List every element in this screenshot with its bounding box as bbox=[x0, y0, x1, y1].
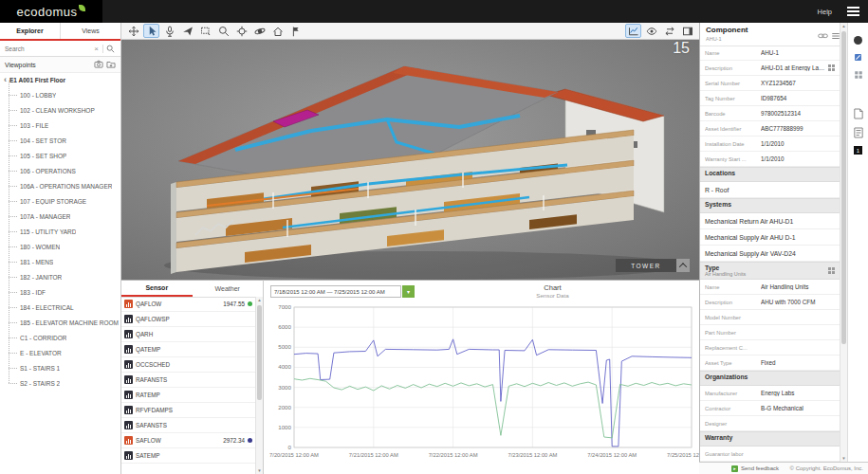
tower-selector-button[interactable]: TOWER bbox=[616, 259, 690, 272]
tree-connector bbox=[9, 231, 17, 232]
mic-icon[interactable] bbox=[161, 24, 177, 38]
sensor-row[interactable]: RFVFDAMPS bbox=[121, 403, 255, 418]
help-button[interactable]: Help bbox=[812, 0, 838, 23]
tab-views[interactable]: Views bbox=[61, 23, 120, 39]
send-feedback-icon: ▸ bbox=[731, 465, 738, 472]
room-item[interactable]: 185 - ELEVATOR MACHINE ROOM bbox=[0, 315, 120, 330]
visibility-icon[interactable] bbox=[643, 24, 659, 38]
sensor-row[interactable]: QAFLOW1947.55 bbox=[121, 297, 255, 312]
panel-toggle-icon[interactable] bbox=[679, 24, 695, 38]
tab-sensor[interactable]: Sensor bbox=[121, 281, 193, 297]
sensor-row[interactable]: SATEMP bbox=[121, 448, 255, 464]
logo[interactable]: ecodomus bbox=[0, 0, 102, 23]
scroll-thumb[interactable] bbox=[841, 31, 846, 344]
room-item[interactable]: 103 - FILE bbox=[0, 118, 120, 133]
sensor-row[interactable]: SAFLOW2972.34 bbox=[121, 433, 255, 448]
sensor-row[interactable]: QARH bbox=[121, 327, 255, 342]
room-item[interactable]: E - ELEVATOR bbox=[0, 345, 120, 360]
room-item[interactable]: S2 - STAIRS 2 bbox=[0, 375, 120, 391]
home-icon[interactable] bbox=[269, 24, 286, 38]
region-select-icon[interactable] bbox=[197, 24, 213, 38]
focus-icon[interactable] bbox=[233, 24, 249, 38]
room-item[interactable]: 104 - SET STOR bbox=[0, 133, 120, 148]
capture-viewpoint-icon[interactable] bbox=[94, 60, 103, 69]
date-range-control: 7/18/2015 12:00 AM — 7/25/2015 12:00 AM … bbox=[270, 285, 415, 298]
component-breadcrumb[interactable]: AHU-1 bbox=[706, 36, 722, 42]
room-item[interactable]: 184 - ELECTRICAL bbox=[0, 300, 120, 315]
list-item[interactable]: Mechanical Supply Air VAV-D24 bbox=[700, 246, 840, 262]
list-item[interactable]: Mechanical Return Air AHU-D1 bbox=[700, 213, 840, 229]
apps-grid-icon[interactable] bbox=[854, 70, 863, 80]
sensor-row[interactable]: SAFANSTS bbox=[121, 418, 255, 433]
room-label: S1 - STAIRS 1 bbox=[20, 365, 60, 372]
tab-weather[interactable]: Weather bbox=[193, 281, 264, 297]
document-icon[interactable] bbox=[854, 108, 863, 119]
sensor-row[interactable]: RATEMP bbox=[121, 388, 255, 403]
leaf-icon bbox=[79, 5, 85, 11]
viewpoint-folder-icon[interactable] bbox=[106, 60, 116, 69]
search-input[interactable] bbox=[3, 45, 90, 53]
svg-text:7/22/2015 12:00 AM: 7/22/2015 12:00 AM bbox=[429, 452, 478, 458]
room-item[interactable]: 106A - OPERATIONS MANAGER bbox=[0, 178, 120, 193]
scroll-up-icon[interactable]: ▲ bbox=[256, 298, 263, 302]
zoom-icon[interactable] bbox=[215, 24, 231, 38]
room-item[interactable]: 105 - SET SHOP bbox=[0, 148, 120, 163]
chart-toggle-icon[interactable] bbox=[625, 24, 641, 38]
section-header: TypeAir Handling Units bbox=[700, 262, 840, 280]
room-item[interactable]: 100 - LOBBY bbox=[0, 87, 120, 102]
tab-explorer[interactable]: Explorer bbox=[0, 23, 61, 39]
sensor-scrollbar[interactable]: ▲ ▼ bbox=[255, 297, 263, 474]
list-item[interactable]: Mechanical Supply Air AHU D-1 bbox=[700, 229, 840, 246]
select-icon[interactable] bbox=[143, 24, 159, 38]
sensor-row[interactable]: QAFLOWSP bbox=[121, 312, 255, 327]
grid-icon[interactable] bbox=[828, 64, 831, 67]
walk-flag-icon[interactable] bbox=[287, 24, 304, 38]
room-item[interactable]: 180 - WOMEN bbox=[0, 239, 120, 254]
room-item[interactable]: 107A - MANAGER bbox=[0, 209, 120, 224]
grid-icon[interactable] bbox=[828, 267, 831, 270]
chevron-up-icon[interactable] bbox=[676, 259, 690, 272]
globe-icon[interactable] bbox=[854, 36, 862, 45]
report-icon[interactable] bbox=[854, 127, 863, 138]
scroll-down-icon[interactable]: ▼ bbox=[256, 468, 263, 473]
scroll-up-icon[interactable]: ▲ bbox=[840, 24, 847, 28]
sensor-name: SATEMP bbox=[136, 452, 242, 459]
room-item[interactable]: 115 - UTILITY YARD bbox=[0, 224, 120, 239]
send-feedback-link[interactable]: Send feedback bbox=[741, 465, 779, 471]
scroll-down-icon[interactable]: ▼ bbox=[840, 456, 847, 461]
scroll-thumb[interactable] bbox=[257, 305, 262, 400]
fly-icon[interactable] bbox=[179, 24, 195, 38]
room-item[interactable]: 107 - EQUIP STORAGE bbox=[0, 193, 120, 209]
notification-badge[interactable]: 1 bbox=[854, 146, 862, 155]
3d-viewport[interactable]: 15 TOWER bbox=[121, 40, 699, 280]
room-label: 107A - MANAGER bbox=[20, 213, 70, 220]
component-scrollbar[interactable]: ▲ ▼ bbox=[840, 23, 847, 462]
chart-subtitle: Sensor Data bbox=[416, 292, 690, 299]
date-range-input[interactable]: 7/18/2015 12:00 AM — 7/25/2015 12:00 AM bbox=[270, 285, 401, 298]
room-item[interactable]: 106 - OPERATIONS bbox=[0, 163, 120, 178]
svg-text:6000: 6000 bbox=[278, 323, 291, 330]
compare-arrows-icon[interactable] bbox=[661, 24, 677, 38]
room-item[interactable]: 183 - IDF bbox=[0, 284, 120, 300]
room-label: C1 - CORRIDOR bbox=[20, 335, 66, 341]
room-item[interactable]: S1 - STAIRS 1 bbox=[0, 360, 120, 375]
date-picker-button[interactable]: ▾ bbox=[402, 285, 415, 298]
sensor-row[interactable]: OCCSCHED bbox=[121, 357, 255, 373]
pan-icon[interactable] bbox=[125, 24, 141, 38]
sensor-chart-icon bbox=[124, 421, 133, 429]
tools-icon[interactable] bbox=[853, 52, 863, 63]
clear-search-icon[interactable]: × bbox=[90, 45, 103, 53]
sensor-row[interactable]: QATEMP bbox=[121, 342, 255, 357]
room-item[interactable]: 181 - MENS bbox=[0, 254, 120, 269]
sensor-row[interactable]: RAFANSTS bbox=[121, 373, 255, 388]
menu-icon[interactable] bbox=[847, 7, 859, 16]
field-row: Asset TypeFixed bbox=[700, 356, 840, 371]
breadcrumb-floor[interactable]: ‹ E1 A001 First Floor bbox=[0, 73, 120, 87]
search-icon[interactable] bbox=[103, 45, 118, 53]
link-icon[interactable] bbox=[818, 27, 828, 45]
room-item[interactable]: 182 - JANITOR bbox=[0, 269, 120, 284]
list-item[interactable]: R - Roof bbox=[700, 182, 840, 198]
room-item[interactable]: 102 - CLEAN WORKSHOP bbox=[0, 102, 120, 118]
room-item[interactable]: C1 - CORRIDOR bbox=[0, 330, 120, 345]
orbit-icon[interactable] bbox=[251, 24, 268, 38]
